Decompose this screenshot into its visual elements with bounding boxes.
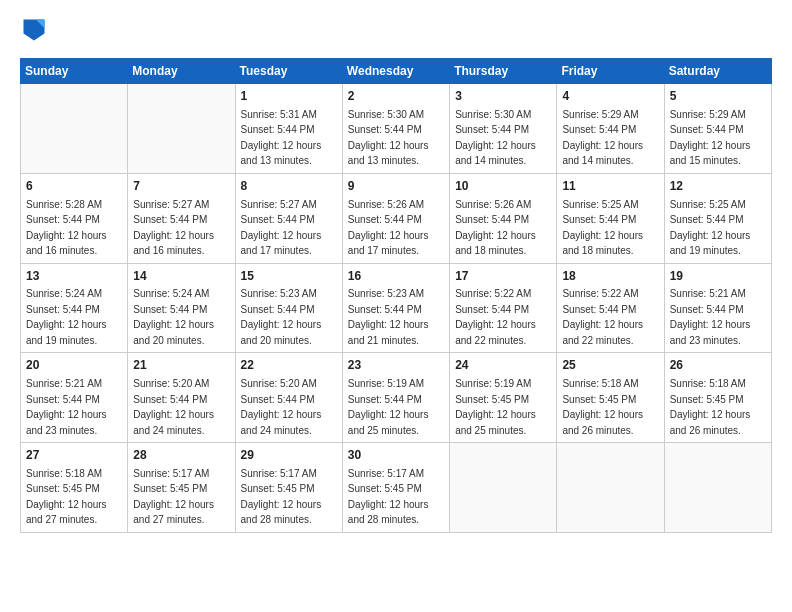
day-detail: Sunrise: 5:28 AMSunset: 5:44 PMDaylight:… (26, 199, 107, 257)
day-detail: Sunrise: 5:31 AMSunset: 5:44 PMDaylight:… (241, 109, 322, 167)
weekday-header-sunday: Sunday (21, 59, 128, 84)
day-detail: Sunrise: 5:18 AMSunset: 5:45 PMDaylight:… (26, 468, 107, 526)
weekday-header-friday: Friday (557, 59, 664, 84)
calendar-week-2: 6Sunrise: 5:28 AMSunset: 5:44 PMDaylight… (21, 173, 772, 263)
day-number: 27 (26, 447, 122, 464)
calendar-cell: 15Sunrise: 5:23 AMSunset: 5:44 PMDayligh… (235, 263, 342, 353)
day-detail: Sunrise: 5:26 AMSunset: 5:44 PMDaylight:… (348, 199, 429, 257)
logo-icon (20, 16, 48, 48)
calendar-cell: 29Sunrise: 5:17 AMSunset: 5:45 PMDayligh… (235, 443, 342, 533)
calendar-cell: 19Sunrise: 5:21 AMSunset: 5:44 PMDayligh… (664, 263, 771, 353)
day-number: 5 (670, 88, 766, 105)
calendar-cell: 2Sunrise: 5:30 AMSunset: 5:44 PMDaylight… (342, 84, 449, 174)
calendar-cell: 10Sunrise: 5:26 AMSunset: 5:44 PMDayligh… (450, 173, 557, 263)
calendar-week-5: 27Sunrise: 5:18 AMSunset: 5:45 PMDayligh… (21, 443, 772, 533)
calendar-cell (21, 84, 128, 174)
calendar-cell: 27Sunrise: 5:18 AMSunset: 5:45 PMDayligh… (21, 443, 128, 533)
day-number: 19 (670, 268, 766, 285)
day-detail: Sunrise: 5:24 AMSunset: 5:44 PMDaylight:… (133, 288, 214, 346)
calendar-body: 1Sunrise: 5:31 AMSunset: 5:44 PMDaylight… (21, 84, 772, 533)
calendar-cell: 28Sunrise: 5:17 AMSunset: 5:45 PMDayligh… (128, 443, 235, 533)
day-number: 18 (562, 268, 658, 285)
calendar-cell: 4Sunrise: 5:29 AMSunset: 5:44 PMDaylight… (557, 84, 664, 174)
calendar-cell: 1Sunrise: 5:31 AMSunset: 5:44 PMDaylight… (235, 84, 342, 174)
calendar-cell: 22Sunrise: 5:20 AMSunset: 5:44 PMDayligh… (235, 353, 342, 443)
calendar-cell: 21Sunrise: 5:20 AMSunset: 5:44 PMDayligh… (128, 353, 235, 443)
day-number: 8 (241, 178, 337, 195)
day-detail: Sunrise: 5:25 AMSunset: 5:44 PMDaylight:… (562, 199, 643, 257)
day-number: 16 (348, 268, 444, 285)
calendar-cell: 25Sunrise: 5:18 AMSunset: 5:45 PMDayligh… (557, 353, 664, 443)
day-number: 14 (133, 268, 229, 285)
day-detail: Sunrise: 5:17 AMSunset: 5:45 PMDaylight:… (133, 468, 214, 526)
calendar-cell: 16Sunrise: 5:23 AMSunset: 5:44 PMDayligh… (342, 263, 449, 353)
day-detail: Sunrise: 5:20 AMSunset: 5:44 PMDaylight:… (133, 378, 214, 436)
calendar-cell: 8Sunrise: 5:27 AMSunset: 5:44 PMDaylight… (235, 173, 342, 263)
day-detail: Sunrise: 5:23 AMSunset: 5:44 PMDaylight:… (241, 288, 322, 346)
calendar-cell: 12Sunrise: 5:25 AMSunset: 5:44 PMDayligh… (664, 173, 771, 263)
calendar-cell: 13Sunrise: 5:24 AMSunset: 5:44 PMDayligh… (21, 263, 128, 353)
calendar-cell (664, 443, 771, 533)
day-detail: Sunrise: 5:21 AMSunset: 5:44 PMDaylight:… (26, 378, 107, 436)
day-number: 2 (348, 88, 444, 105)
day-number: 29 (241, 447, 337, 464)
calendar-cell: 26Sunrise: 5:18 AMSunset: 5:45 PMDayligh… (664, 353, 771, 443)
day-detail: Sunrise: 5:23 AMSunset: 5:44 PMDaylight:… (348, 288, 429, 346)
calendar-cell: 5Sunrise: 5:29 AMSunset: 5:44 PMDaylight… (664, 84, 771, 174)
day-detail: Sunrise: 5:30 AMSunset: 5:44 PMDaylight:… (348, 109, 429, 167)
day-number: 3 (455, 88, 551, 105)
day-number: 4 (562, 88, 658, 105)
day-detail: Sunrise: 5:19 AMSunset: 5:45 PMDaylight:… (455, 378, 536, 436)
calendar-cell: 18Sunrise: 5:22 AMSunset: 5:44 PMDayligh… (557, 263, 664, 353)
day-number: 13 (26, 268, 122, 285)
weekday-header-thursday: Thursday (450, 59, 557, 84)
day-detail: Sunrise: 5:27 AMSunset: 5:44 PMDaylight:… (133, 199, 214, 257)
day-detail: Sunrise: 5:18 AMSunset: 5:45 PMDaylight:… (670, 378, 751, 436)
day-detail: Sunrise: 5:22 AMSunset: 5:44 PMDaylight:… (455, 288, 536, 346)
day-detail: Sunrise: 5:29 AMSunset: 5:44 PMDaylight:… (562, 109, 643, 167)
calendar-week-3: 13Sunrise: 5:24 AMSunset: 5:44 PMDayligh… (21, 263, 772, 353)
day-number: 25 (562, 357, 658, 374)
day-number: 6 (26, 178, 122, 195)
calendar-cell: 6Sunrise: 5:28 AMSunset: 5:44 PMDaylight… (21, 173, 128, 263)
calendar-cell: 17Sunrise: 5:22 AMSunset: 5:44 PMDayligh… (450, 263, 557, 353)
day-detail: Sunrise: 5:20 AMSunset: 5:44 PMDaylight:… (241, 378, 322, 436)
day-detail: Sunrise: 5:27 AMSunset: 5:44 PMDaylight:… (241, 199, 322, 257)
logo (20, 16, 52, 48)
day-number: 1 (241, 88, 337, 105)
day-number: 23 (348, 357, 444, 374)
day-number: 22 (241, 357, 337, 374)
calendar-cell: 14Sunrise: 5:24 AMSunset: 5:44 PMDayligh… (128, 263, 235, 353)
day-detail: Sunrise: 5:24 AMSunset: 5:44 PMDaylight:… (26, 288, 107, 346)
calendar-cell: 3Sunrise: 5:30 AMSunset: 5:44 PMDaylight… (450, 84, 557, 174)
weekday-header-row: SundayMondayTuesdayWednesdayThursdayFrid… (21, 59, 772, 84)
calendar-cell (557, 443, 664, 533)
day-number: 21 (133, 357, 229, 374)
weekday-header-monday: Monday (128, 59, 235, 84)
calendar-week-4: 20Sunrise: 5:21 AMSunset: 5:44 PMDayligh… (21, 353, 772, 443)
day-detail: Sunrise: 5:29 AMSunset: 5:44 PMDaylight:… (670, 109, 751, 167)
weekday-header-wednesday: Wednesday (342, 59, 449, 84)
calendar-cell: 7Sunrise: 5:27 AMSunset: 5:44 PMDaylight… (128, 173, 235, 263)
calendar-cell: 20Sunrise: 5:21 AMSunset: 5:44 PMDayligh… (21, 353, 128, 443)
day-number: 10 (455, 178, 551, 195)
day-number: 9 (348, 178, 444, 195)
day-number: 24 (455, 357, 551, 374)
day-detail: Sunrise: 5:19 AMSunset: 5:44 PMDaylight:… (348, 378, 429, 436)
day-detail: Sunrise: 5:18 AMSunset: 5:45 PMDaylight:… (562, 378, 643, 436)
day-detail: Sunrise: 5:22 AMSunset: 5:44 PMDaylight:… (562, 288, 643, 346)
day-detail: Sunrise: 5:25 AMSunset: 5:44 PMDaylight:… (670, 199, 751, 257)
day-number: 28 (133, 447, 229, 464)
day-detail: Sunrise: 5:26 AMSunset: 5:44 PMDaylight:… (455, 199, 536, 257)
day-number: 30 (348, 447, 444, 464)
day-number: 26 (670, 357, 766, 374)
day-number: 12 (670, 178, 766, 195)
calendar-cell: 24Sunrise: 5:19 AMSunset: 5:45 PMDayligh… (450, 353, 557, 443)
header-row (20, 16, 772, 48)
weekday-header-saturday: Saturday (664, 59, 771, 84)
calendar-cell (128, 84, 235, 174)
day-number: 11 (562, 178, 658, 195)
weekday-header-tuesday: Tuesday (235, 59, 342, 84)
calendar-cell: 9Sunrise: 5:26 AMSunset: 5:44 PMDaylight… (342, 173, 449, 263)
calendar-cell: 11Sunrise: 5:25 AMSunset: 5:44 PMDayligh… (557, 173, 664, 263)
